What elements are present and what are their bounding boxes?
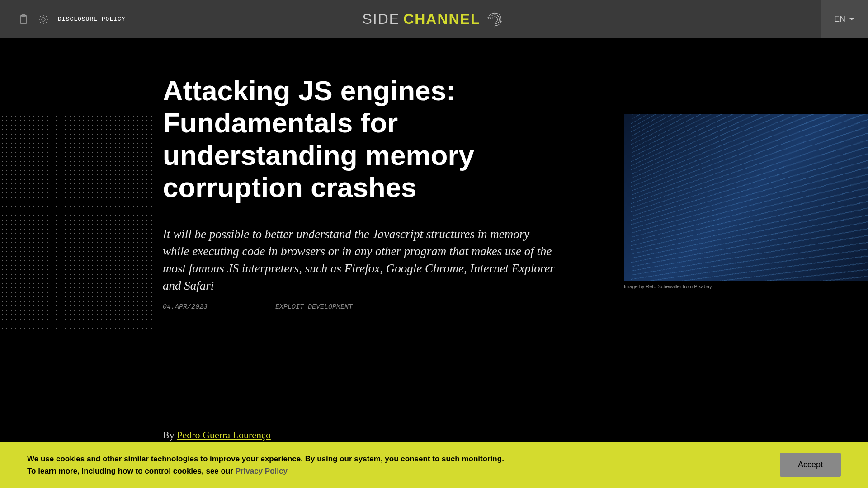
author-link[interactable]: Pedro Guerra Lourenço xyxy=(177,429,271,441)
svg-line-10 xyxy=(46,16,47,17)
article-subtitle: It will be possible to better understand… xyxy=(163,226,556,294)
header-nav-links: DISCLOSURE POLICY xyxy=(58,16,126,23)
clipboard-icon[interactable] xyxy=(18,14,29,25)
cookie-banner: We use cookies and other similar technol… xyxy=(0,442,868,488)
logo-text-side: SIDE xyxy=(362,11,400,28)
article-category: EXPLOIT DEVELOPMENT xyxy=(275,303,353,311)
language-label: EN xyxy=(834,14,845,24)
image-credit: Image by Reto Scheiwiller from Pixabay xyxy=(624,284,868,289)
svg-line-5 xyxy=(40,16,41,17)
hero-image-wrap: Image by Reto Scheiwiller from Pixabay xyxy=(624,114,868,289)
sun-icon[interactable] xyxy=(38,14,49,25)
svg-point-2 xyxy=(42,18,45,21)
site-logo[interactable]: SIDECHANNEL xyxy=(362,9,505,30)
byline-prefix: By xyxy=(163,429,177,441)
site-header: DISCLOSURE POLICY SIDECHANNEL EN xyxy=(0,0,868,38)
privacy-policy-link[interactable]: Privacy Policy xyxy=(236,467,288,475)
chevron-down-icon xyxy=(849,18,854,21)
article-date: 04.APR/2023 xyxy=(163,303,208,311)
logo-fingerprint-icon xyxy=(484,9,506,30)
cookie-text-line2-prefix: To learn more, including how to control … xyxy=(27,467,236,475)
article-title: Attacking JS engines: Fundamentals for u… xyxy=(163,75,556,203)
dot-pattern-decoration xyxy=(0,114,154,331)
language-selector[interactable]: EN xyxy=(821,0,868,38)
header-left-group: DISCLOSURE POLICY xyxy=(18,14,126,25)
cookie-text-line1: We use cookies and other similar technol… xyxy=(27,455,504,463)
svg-line-9 xyxy=(40,22,41,23)
hero-content: Attacking JS engines: Fundamentals for u… xyxy=(163,75,556,311)
hero-section: Attacking JS engines: Fundamentals for u… xyxy=(0,38,868,311)
cookie-accept-button[interactable]: Accept xyxy=(780,453,841,477)
nav-link[interactable]: DISCLOSURE POLICY xyxy=(58,16,126,23)
svg-line-6 xyxy=(46,22,47,23)
hero-image xyxy=(624,114,868,281)
article-meta: 04.APR/2023 EXPLOIT DEVELOPMENT xyxy=(163,303,556,311)
cookie-text: We use cookies and other similar technol… xyxy=(27,453,504,477)
logo-text-channel: CHANNEL xyxy=(403,11,480,28)
article-byline: By Pedro Guerra Lourenço xyxy=(163,429,271,441)
